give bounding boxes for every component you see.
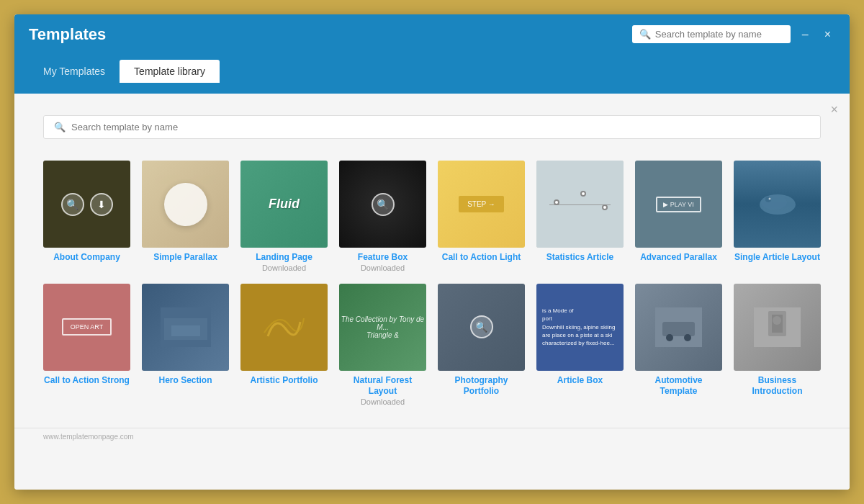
template-stats-article[interactable]: Statistics Article (536, 161, 624, 272)
template-label-artistic: Artistic Portfolio (250, 375, 318, 387)
thumb-article-box: is a Mode ofportDownhill skiing, alpine … (536, 284, 624, 371)
inner-search-input[interactable] (71, 122, 810, 132)
template-natural-forest[interactable]: The Collection by Tony de M...Triangle &… (339, 284, 426, 406)
thumb-feature-box: 🔍 (339, 161, 426, 248)
auto-illustration (655, 307, 702, 347)
header: Templates 🔍 – × My Templates Template li… (14, 14, 850, 94)
main-content: × 🔍 🔍 ⬇ About Company (14, 94, 850, 490)
template-landing-page[interactable]: Fluid Landing Page Downloaded (240, 161, 328, 272)
template-label-simple-parallax: Simple Parallax (153, 252, 217, 264)
cta-light-preview-btn: STEP → (459, 196, 504, 212)
thumb-hero-section (142, 284, 229, 371)
natural-preview-text: The Collection by Tony de M...Triangle & (339, 315, 426, 339)
main-window: Templates 🔍 – × My Templates Template li… (14, 14, 850, 490)
svg-point-11 (684, 334, 691, 341)
svg-rect-9 (662, 322, 695, 336)
footer-bar: www.templatemonpage.com (14, 428, 850, 445)
template-label-photo: Photography Portfolio (438, 375, 525, 397)
template-cta-light[interactable]: STEP → Call to Action Light (438, 161, 525, 272)
template-label-stats: Statistics Article (546, 252, 614, 264)
template-label-cta-light: Call to Action Light (442, 252, 521, 264)
article-box-preview-text: is a Mode ofportDownhill skiing, alpine … (542, 307, 618, 347)
svg-point-15 (773, 316, 781, 325)
template-label-advanced: Advanced Parallax (640, 252, 717, 264)
template-label-landing-page: Landing Page (256, 252, 312, 264)
play-btn-preview: ▶ PLAY VI (656, 197, 701, 212)
template-label-cta-strong: Call to Action Strong (44, 375, 130, 387)
template-sublabel-natural: Downloaded (361, 397, 405, 406)
template-feature-box[interactable]: 🔍 Feature Box Downloaded (339, 161, 426, 272)
svg-point-1 (761, 195, 787, 210)
template-artistic-portfolio[interactable]: Artistic Portfolio (240, 284, 328, 406)
photo-search-icon: 🔍 (470, 315, 493, 338)
window-title: Templates (29, 25, 106, 44)
close-button[interactable]: × (820, 27, 835, 42)
thumb-automotive (635, 284, 722, 371)
header-search-box[interactable]: 🔍 (632, 25, 791, 43)
template-about-company[interactable]: 🔍 ⬇ About Company (43, 161, 130, 272)
content-close-button[interactable]: × (830, 102, 838, 117)
template-label-automotive: Automotive Template (635, 375, 722, 397)
search-icon: 🔍 (639, 29, 651, 40)
thumb-search-icon: 🔍 (61, 193, 84, 216)
template-single-article[interactable]: Single Article Layout (734, 161, 821, 272)
template-hero-section[interactable]: Hero Section (142, 284, 229, 406)
header-top: Templates 🔍 – × (29, 14, 835, 54)
template-label-feature-box: Feature Box (358, 252, 408, 264)
thumb-about-company: 🔍 ⬇ (43, 161, 130, 248)
template-article-box[interactable]: is a Mode ofportDownhill skiing, alpine … (536, 284, 624, 406)
hero-illustration (161, 307, 211, 347)
thumb-featurebox-icon: 🔍 (372, 193, 395, 216)
footer-left: www.templatemonpage.com (43, 433, 134, 441)
tab-bar: My Templates Template library (29, 54, 835, 83)
template-label-about-company: About Company (53, 252, 120, 264)
thumb-single-article (734, 161, 821, 248)
template-business-intro[interactable]: Business Introduction (734, 284, 821, 406)
thumb-simple-parallax (142, 161, 229, 248)
minimize-button[interactable]: – (798, 27, 813, 42)
thumb-artistic-portfolio (240, 284, 328, 371)
template-label-business: Business Introduction (734, 375, 821, 397)
thumb-natural-forest: The Collection by Tony de M...Triangle & (339, 284, 426, 371)
thumb-cta-strong: OPEN ART (43, 284, 130, 371)
artistic-illustration (261, 307, 307, 347)
thumb-photo-portfolio: 🔍 (438, 284, 525, 371)
open-art-preview: OPEN ART (62, 318, 112, 336)
template-automotive[interactable]: Automotive Template (635, 284, 722, 406)
thumb-landing-page: Fluid (240, 161, 328, 248)
template-photo-portfolio[interactable]: 🔍 Photography Portfolio (438, 284, 525, 406)
thumb-stats-article (536, 161, 624, 248)
template-label-article-box: Article Box (557, 375, 603, 387)
svg-point-10 (666, 334, 673, 341)
header-controls: 🔍 – × (632, 25, 835, 43)
tab-my-templates[interactable]: My Templates (29, 60, 120, 83)
template-simple-parallax[interactable]: Simple Parallax (142, 161, 229, 272)
business-illustration (754, 307, 801, 347)
template-label-hero: Hero Section (158, 375, 212, 387)
thumb-download-icon: ⬇ (90, 193, 113, 216)
template-cta-strong[interactable]: OPEN ART Call to Action Strong (43, 284, 130, 406)
svg-rect-6 (171, 325, 200, 336)
thumb-advanced-parallax: ▶ PLAY VI (635, 161, 722, 248)
inner-search-icon: 🔍 (54, 122, 66, 132)
template-label-natural: Natural Forest Layout (339, 375, 426, 397)
thumb-business-intro (734, 284, 821, 371)
header-search-input[interactable] (655, 29, 783, 40)
template-advanced-parallax[interactable]: ▶ PLAY VI Advanced Parallax (635, 161, 722, 272)
template-sublabel-feature-box: Downloaded (361, 264, 405, 272)
template-label-single-article: Single Article Layout (734, 252, 820, 264)
fish-illustration (752, 186, 803, 222)
thumb-cta-light: STEP → (438, 161, 525, 248)
inner-search-box[interactable]: 🔍 (43, 115, 821, 139)
svg-point-3 (768, 197, 770, 199)
template-sublabel-landing-page: Downloaded (262, 264, 306, 272)
tab-template-library[interactable]: Template library (120, 60, 220, 83)
template-grid: 🔍 ⬇ About Company Simple Parallax Fl (14, 153, 850, 428)
